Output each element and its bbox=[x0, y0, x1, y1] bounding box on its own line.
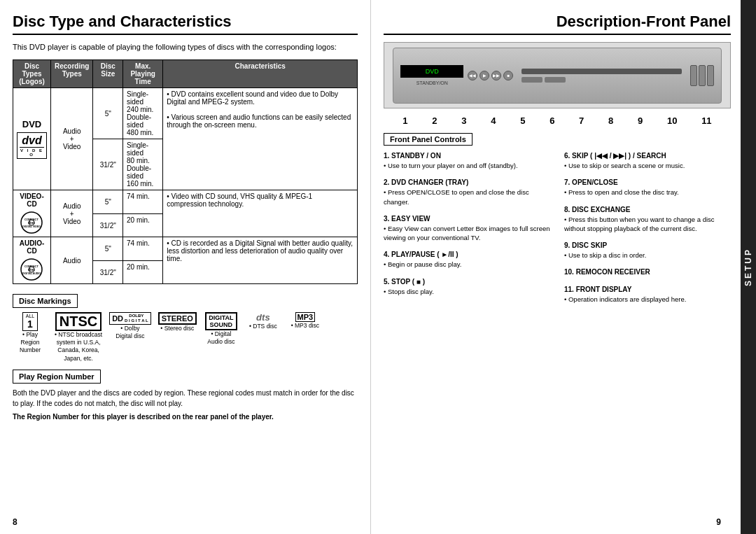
num-3: 3 bbox=[461, 115, 466, 126]
audiocd-size-3: 31/2" bbox=[93, 260, 123, 284]
num-4: 4 bbox=[491, 115, 496, 126]
svg-text:DIGITAL VIDEO: DIGITAL VIDEO bbox=[23, 225, 41, 228]
region-desc: • PlayRegionNumber bbox=[20, 331, 41, 354]
control-disc-exchange: 8. DISC EXCHANGE • Press this button whe… bbox=[564, 205, 731, 234]
stereo-desc: • Stereo disc bbox=[160, 325, 194, 332]
controls-col-left: 1. STANDBY / ON • Use to turn your playe… bbox=[384, 151, 550, 304]
play-region-desc: Both the DVD player and the discs are co… bbox=[13, 388, 358, 409]
num-6: 6 bbox=[550, 115, 554, 126]
marking-ntsc: NTSC • NTSC broadcastsystem in U.S.A,Can… bbox=[55, 312, 102, 362]
num-2: 2 bbox=[432, 115, 437, 126]
mp3-logo: MP3 bbox=[295, 312, 316, 322]
disc-table: Disc Types(Logos) RecordingTypes Disc Si… bbox=[13, 59, 358, 284]
num-8: 8 bbox=[608, 115, 613, 126]
ctrl-btn-4: ■ bbox=[503, 71, 513, 80]
r-btn-2 bbox=[699, 65, 706, 86]
disc-markings-section: Disc Markings ALL 1 • PlayRegionNumber N… bbox=[13, 294, 358, 362]
audiocd-logo-cell: AUDIO-CD COMPACT disc DIGITAL AUDIO bbox=[13, 237, 51, 284]
ntsc-logo: NTSC bbox=[55, 312, 102, 331]
control-play-pause: 4. PLAY/PAUSE ( ►/II ) • Begin or pause … bbox=[384, 250, 550, 269]
number-row: 1 2 3 4 5 6 7 8 9 10 11 bbox=[384, 115, 731, 126]
ctrl-btn-3: ▶▶ bbox=[491, 71, 501, 80]
dvd-time-5: Single-sided240 min.Double-sided480 min. bbox=[123, 88, 163, 139]
audiocd-time-3: 20 min. bbox=[123, 260, 163, 284]
num-7: 7 bbox=[579, 115, 584, 126]
r-btn-3 bbox=[707, 65, 714, 86]
videocd-size-5: 5" bbox=[93, 190, 123, 214]
dvd-time-3: Single-sided80 min.Double-sided160 min. bbox=[123, 139, 163, 190]
disc-slot bbox=[522, 69, 681, 74]
digital-desc: • DigitalAudio disc bbox=[207, 330, 234, 346]
left-panel: Disc Type and Characteristics This DVD p… bbox=[0, 0, 371, 534]
col-header-time: Max.Playing Time bbox=[123, 60, 163, 88]
r-btn-1 bbox=[690, 65, 697, 86]
dvd-logo-cell: DVD dvd V I D E O bbox=[13, 88, 51, 190]
control-front-display: 11. FRONT DISPLAY • Operation indicators… bbox=[564, 285, 731, 304]
marking-digital: DIGITALSOUND • DigitalAudio disc bbox=[204, 312, 239, 346]
play-region-section: Play Region Number Both the DVD player a… bbox=[13, 370, 358, 421]
dvd-recording: Audio+Video bbox=[50, 88, 92, 190]
svg-text:DIGITAL AUDIO: DIGITAL AUDIO bbox=[23, 272, 41, 275]
controls-grid: 1. STANDBY / ON • Use to turn your playe… bbox=[384, 151, 731, 304]
setup-side-tab: SETUP bbox=[741, 0, 756, 534]
left-title: Disc Type and Characteristics bbox=[13, 13, 358, 35]
dvd-player-image: DVD STANDBY/ON ◀◀ ▶ ▶▶ ■ bbox=[384, 42, 731, 108]
num-5: 5 bbox=[520, 115, 525, 126]
player-right-btns bbox=[690, 65, 714, 86]
videocd-recording: Audio+Video bbox=[50, 190, 92, 237]
num-9: 9 bbox=[638, 115, 643, 126]
ctrl-btn-1: ◀◀ bbox=[468, 71, 477, 80]
control-open-close: 7. OPEN/CLOSE • Press to open and close … bbox=[564, 178, 731, 197]
play-region-title: Play Region Number bbox=[13, 370, 101, 384]
marking-dts: dts • DTS disc bbox=[246, 312, 281, 330]
right-title: Description-Front Panel bbox=[384, 13, 731, 35]
videocd-time-5: 74 min. bbox=[123, 190, 163, 214]
player-display: DVD bbox=[400, 65, 463, 78]
control-stop: 5. STOP ( ■ ) • Stops disc play. bbox=[384, 277, 550, 296]
dvd-char: • DVD contains excellent sound and video… bbox=[163, 88, 358, 190]
videocd-logo-cell: VIDEO-CD COMPACT disc DIGITAL VIDEO bbox=[13, 190, 51, 237]
page-number-right: 9 bbox=[716, 517, 721, 527]
play-region-bold: The Region Number for this player is des… bbox=[13, 413, 358, 421]
control-remocon: 10. REMOCON RECEIVER bbox=[564, 267, 731, 277]
table-row-dvd: DVD dvd V I D E O Audio+Video 5" Single-… bbox=[13, 88, 358, 139]
player-left-area: DVD STANDBY/ON bbox=[400, 65, 463, 85]
dts-desc: • DTS disc bbox=[249, 323, 277, 330]
col-header-type: Disc Types(Logos) bbox=[13, 60, 51, 88]
intro-text: This DVD player is capable of playing th… bbox=[13, 42, 358, 52]
marking-region: ALL 1 • PlayRegionNumber bbox=[13, 312, 48, 354]
videocd-char: • Video with CD sound, VHS quality & MPE… bbox=[163, 190, 358, 237]
dts-logo: dts bbox=[256, 312, 270, 323]
col-header-recording: RecordingTypes bbox=[50, 60, 92, 88]
ntsc-desc: • NTSC broadcastsystem in U.S.A,Canada, … bbox=[55, 331, 102, 362]
col-header-size: Disc Size bbox=[93, 60, 123, 88]
region-box: ALL 1 bbox=[22, 312, 38, 331]
audiocd-time-5: 74 min. bbox=[123, 237, 163, 261]
num-10: 10 bbox=[667, 115, 677, 126]
svg-text:disc: disc bbox=[28, 220, 35, 225]
player-controls: ◀◀ ▶ ▶▶ ■ bbox=[468, 71, 513, 80]
control-easy-view: 3. EASY VIEW • Easy View can convert Let… bbox=[384, 214, 550, 243]
audiocd-recording: Audio bbox=[50, 237, 92, 284]
dvd-size-3: 31/2" bbox=[93, 139, 123, 190]
videocd-size-3: 31/2" bbox=[93, 213, 123, 237]
controls-col-right: 6. SKIP ( |◀◀ / ▶▶| ) / SEARCH • Use to … bbox=[564, 151, 731, 304]
audiocd-char: • CD is recorded as a Digital Signal wit… bbox=[163, 237, 358, 284]
setup-label: SETUP bbox=[743, 248, 753, 286]
num-1: 1 bbox=[402, 115, 407, 126]
ctrl-btn-2: ▶ bbox=[479, 71, 489, 80]
marking-stereo: STEREO • Stereo disc bbox=[158, 312, 197, 332]
marking-mp3: MP3 • MP3 disc bbox=[288, 312, 323, 330]
page-number-left: 8 bbox=[13, 517, 18, 527]
stereo-logo: STEREO bbox=[158, 312, 197, 325]
control-disc-skip: 9. DISC SKIP • Use to skip a disc in ord… bbox=[564, 241, 731, 260]
table-row-videocd: VIDEO-CD COMPACT disc DIGITAL VIDEO bbox=[13, 190, 358, 214]
audiocd-size-5: 5" bbox=[93, 237, 123, 261]
disc-markings-row: ALL 1 • PlayRegionNumber NTSC • NTSC bro… bbox=[13, 312, 358, 362]
disc-markings-title: Disc Markings bbox=[13, 294, 78, 308]
svg-text:disc: disc bbox=[28, 267, 35, 272]
control-skip: 6. SKIP ( |◀◀ / ▶▶| ) / SEARCH • Use to … bbox=[564, 151, 731, 170]
table-row-audiocd: AUDIO-CD COMPACT disc DIGITAL AUDIO bbox=[13, 237, 358, 261]
videocd-time-3: 20 min. bbox=[123, 213, 163, 237]
col-header-char: Characteristics bbox=[163, 60, 358, 88]
